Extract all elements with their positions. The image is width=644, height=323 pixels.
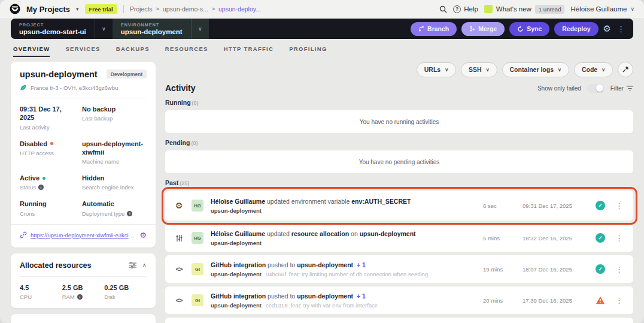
kebab-menu-icon[interactable]: ⋮ (613, 296, 625, 305)
project-selector[interactable]: PROJECT upsun-demo-start-ui ∨ (11, 19, 113, 39)
branch-button[interactable]: Branch (411, 22, 457, 36)
extra-commits-link[interactable]: + 1 (357, 292, 366, 300)
user-name: Héloïse Guillaume (570, 5, 627, 13)
relative-time: 20 mins (483, 297, 514, 304)
my-projects-menu[interactable]: My Projects (26, 5, 70, 14)
show-only-failed-label: Show only failed (537, 85, 581, 92)
breadcrumb-environment[interactable]: upsun-deploy... (218, 5, 261, 13)
tab-backups[interactable]: BACKUPS (116, 46, 150, 57)
upsun-logo-icon[interactable] (10, 4, 20, 14)
timestamp: 17:39 Dec 16, 2025 (523, 297, 587, 304)
activity-subtitle: upsun-deployment (211, 207, 411, 214)
sliders-icon[interactable] (129, 262, 136, 268)
quick-actions-row: URLs∨ SSH∨ Container logs∨ Code∨ (165, 62, 633, 77)
timestamp: 18:32 Dec 16, 2025 (523, 235, 587, 242)
search-icon[interactable] (439, 5, 447, 13)
kebab-menu-icon[interactable]: ⋮ (613, 234, 625, 243)
environment-url-link[interactable]: https://upsun-deployment-xiwfmii-e3kci43… (31, 232, 136, 239)
activity-text: Héloïse Guillaume updated environment va… (211, 197, 411, 206)
code-dropdown[interactable]: Code∨ (574, 62, 613, 77)
urls-dropdown[interactable]: URLs∨ (417, 62, 456, 77)
collapse-chevron-icon[interactable]: ∨ (142, 262, 147, 268)
activity-subtitle: upsun-deployment (211, 240, 416, 246)
pending-section-label: Pending(0) (165, 139, 633, 146)
kebab-menu-icon[interactable]: ⋮ (613, 265, 625, 274)
chevron-down-icon[interactable]: ∨ (191, 19, 209, 39)
avatar: GI (192, 263, 203, 275)
sync-button[interactable]: Sync (509, 22, 549, 36)
toggle-knob (596, 84, 603, 92)
chevron-down-icon: ∨ (558, 67, 561, 73)
user-menu[interactable]: Héloïse Guillaume ∨ (570, 5, 634, 13)
success-check-icon: ✓ (596, 264, 605, 274)
environment-selector[interactable]: ENVIRONMENT upsun-deployment ∨ (113, 19, 209, 39)
extra-commits-link[interactable]: + 1 (357, 261, 366, 268)
chevron-down-icon: ∨ (445, 67, 448, 73)
ssh-dropdown[interactable]: SSH∨ (461, 62, 497, 77)
chevron-down-icon[interactable]: ▾ (76, 6, 79, 12)
merge-button[interactable]: Merge (461, 22, 505, 36)
activity-row[interactable]: ⚙ HG Héloïse Guillaume added environment… (165, 318, 633, 323)
commit-hash: ced1318 (266, 302, 287, 309)
wrench-button[interactable] (618, 62, 633, 77)
relative-time: 6 sec (483, 203, 514, 209)
chevron-down-icon[interactable]: ∨ (95, 19, 113, 39)
activity-text: Héloïse Guillaume updated resource alloc… (211, 230, 416, 238)
activity-row[interactable]: <> GI GitHub integration pushed to upsun… (165, 286, 633, 314)
show-only-failed-toggle[interactable] (587, 84, 604, 93)
breadcrumb-projects[interactable]: Projects (130, 5, 153, 13)
past-section-label: Past(25) (165, 179, 633, 186)
sync-icon (517, 26, 524, 32)
activity-main-panel: URLs∨ SSH∨ Container logs∨ Code∨ Activit… (165, 62, 633, 323)
activity-text: GitHub integration pushed to upsun-deplo… (211, 292, 378, 300)
environment-info-card: upsun-deployment Development France fr-3… (11, 62, 156, 247)
kebab-menu-icon[interactable]: ⋮ (613, 201, 625, 210)
stat-last-backup: No backup Last backup (82, 105, 147, 131)
tab-profiling[interactable]: PROFILING (289, 46, 327, 57)
tab-services[interactable]: SERVICES (65, 46, 100, 57)
environment-tabs: OVERVIEW SERVICES BACKUPS RESOURCES HTTP… (0, 39, 644, 57)
running-empty-state: You have no running activities (165, 110, 633, 133)
breadcrumb-project[interactable]: upsun-demo-s... (163, 5, 208, 13)
filter-button[interactable]: Filter (610, 85, 633, 92)
stat-disk: 0.25 GB Disk (104, 283, 147, 300)
environment-title: upsun-deployment (20, 70, 98, 79)
info-icon[interactable]: i (77, 294, 83, 300)
info-icon[interactable]: i (127, 211, 132, 216)
region-label: France fr-3 - OVH, e3kci43gz6wbu (31, 84, 118, 91)
avatar: HG (192, 232, 203, 244)
unread-badge: 1 unread (535, 5, 565, 14)
green-leaf-icon (20, 84, 27, 91)
environment-stats: 09:31 Dec 17, 2025 Last activity No back… (20, 105, 147, 217)
help-menu[interactable]: ? Help (453, 5, 478, 13)
stat-last-activity: 09:31 Dec 17, 2025 Last activity (20, 105, 76, 131)
tab-http-traffic[interactable]: HTTP TRAFFIC (224, 46, 274, 57)
avatar: GI (192, 294, 203, 306)
past-activity-list: ⚙ HG Héloïse Guillaume updated environme… (165, 191, 633, 323)
activity-row[interactable]: <> GI GitHub integration pushed to upsun… (165, 255, 633, 283)
commit-message: feat: try with var env from interface (290, 302, 378, 309)
resource-stats: 4.5 CPU 2.5 GB RAMi 0.25 GB Disk (20, 283, 147, 300)
settings-gear-icon[interactable]: ⚙ (603, 23, 611, 34)
commit-message: feat: try limiting number of db connecti… (289, 271, 428, 277)
whats-new-menu[interactable]: What's new 1 unread (484, 5, 565, 14)
divider (20, 98, 147, 98)
url-settings-gear-icon[interactable]: ⚙ (139, 231, 147, 240)
whats-new-icon (484, 5, 493, 13)
link-icon (20, 231, 27, 239)
info-icon[interactable]: i (38, 185, 44, 190)
activity-row[interactable]: ⚙ HG Héloïse Guillaume updated environme… (165, 191, 633, 221)
container-logs-dropdown[interactable]: Container logs∨ (502, 62, 569, 77)
activity-subtitle: upsun-deployment04bc66ffeat: try limitin… (211, 271, 428, 277)
activity-row[interactable]: HG Héloïse Guillaume updated resource al… (165, 224, 633, 252)
tab-overview[interactable]: OVERVIEW (13, 46, 50, 57)
stat-crons: Running Crons (20, 200, 76, 216)
kebab-menu-icon[interactable]: ⋮ (616, 25, 626, 34)
tab-resources[interactable]: RESOURCES (165, 46, 208, 57)
merge-icon (469, 26, 475, 32)
stat-http-access: Disabled HTTP access (20, 140, 76, 165)
stat-search-engine-index: Hidden Search engine index (82, 174, 147, 191)
breadcrumb-separator: > (156, 6, 159, 12)
chevron-down-icon: ∨ (486, 67, 490, 73)
redeploy-button[interactable]: Redeploy (554, 22, 598, 36)
